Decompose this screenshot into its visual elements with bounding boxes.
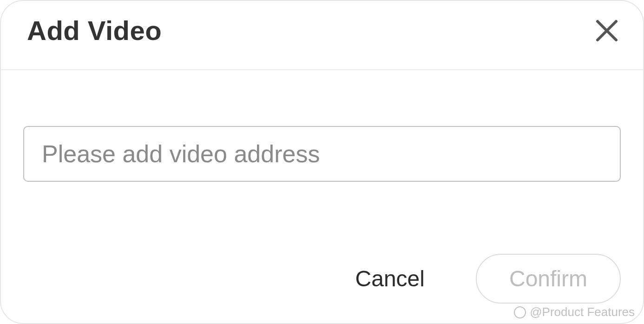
cancel-button[interactable]: Cancel [351, 257, 429, 301]
dialog-title: Add Video [27, 15, 162, 46]
dialog-header: Add Video [1, 1, 643, 70]
confirm-button[interactable]: Confirm [476, 254, 621, 304]
close-button[interactable] [593, 17, 621, 45]
dialog-body [1, 70, 643, 254]
dialog-footer: Cancel Confirm [1, 254, 643, 323]
video-address-input[interactable] [23, 126, 621, 182]
close-icon [595, 19, 619, 43]
add-video-dialog: Add Video Cancel Confirm [0, 0, 644, 324]
